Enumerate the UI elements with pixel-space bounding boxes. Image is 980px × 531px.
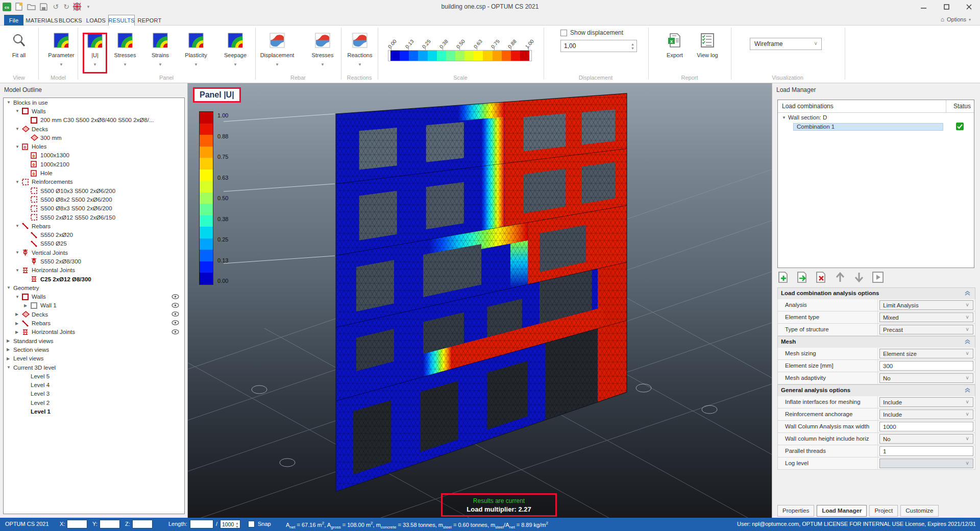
tree-item[interactable]: 0Hole <box>4 168 184 177</box>
add-combination-icon[interactable] <box>777 271 790 283</box>
panel-tab-load-manager[interactable]: Load Manager <box>817 505 867 517</box>
tree-item[interactable]: ▼Current 3D level <box>4 363 184 372</box>
tree-item[interactable]: 300 mm <box>4 133 184 142</box>
tree-item[interactable]: ▶Wall 1 <box>4 301 184 310</box>
z-coordinate-input[interactable] <box>132 520 153 528</box>
visibility-eye-icon[interactable] <box>172 311 179 318</box>
plasticity-button[interactable]: Plasticity▼ <box>178 29 214 67</box>
tree-item[interactable]: S550 2xØ20 <box>4 230 184 239</box>
expander-open-icon[interactable]: ▼ <box>15 224 22 228</box>
visibility-eye-icon[interactable] <box>172 294 179 300</box>
expander-open-icon[interactable]: ▼ <box>7 100 13 105</box>
panel-tab-project[interactable]: Project <box>869 505 898 517</box>
run-analysis-icon[interactable] <box>872 271 884 283</box>
tree-item[interactable]: ▶Section views <box>4 345 184 354</box>
status-check-icon[interactable] <box>956 123 964 130</box>
tree-item[interactable]: Level 2 <box>4 398 184 407</box>
tree-item[interactable]: S550 Ø25 <box>4 239 184 248</box>
3d-viewport[interactable]: Panel |U| 1.000.880.750.630.500.380.250.… <box>188 83 772 518</box>
tree-item[interactable]: Level 1 <box>4 407 184 416</box>
option-input[interactable]: 1 <box>879 446 973 456</box>
y-coordinate-input[interactable] <box>100 520 120 528</box>
move-up-icon[interactable] <box>834 271 846 283</box>
panel-tab-properties[interactable]: Properties <box>777 505 814 517</box>
expander-open-icon[interactable]: ▼ <box>15 109 22 113</box>
expander-closed-icon[interactable]: ▶ <box>7 339 13 343</box>
tree-item[interactable]: ▼Vertical Joints <box>4 248 184 257</box>
option-select[interactable]: Limit Analysis˅ <box>879 300 973 310</box>
grid-size-input[interactable]: 1000 ▲ ▼ <box>220 520 240 528</box>
visibility-eye-icon[interactable] <box>172 302 179 309</box>
expander-closed-icon[interactable]: ▶ <box>24 303 31 308</box>
visibility-eye-icon[interactable] <box>172 320 179 326</box>
options-menu[interactable]: ⌂ Options ▾ <box>941 16 971 23</box>
snap-checkbox[interactable] <box>248 521 255 527</box>
insert-combination-icon[interactable] <box>796 271 808 283</box>
stresses-rebar-button[interactable]: Stresses▼ <box>305 29 340 67</box>
strains-button[interactable]: Strains▼ <box>142 29 178 67</box>
expander-open-icon[interactable]: ▼ <box>15 127 22 131</box>
option-input[interactable]: 1000 <box>879 422 973 431</box>
tree-item[interactable]: S550 2xØ8/300 <box>4 257 184 266</box>
tree-item[interactable]: ▶Decks <box>4 310 184 319</box>
tree-item[interactable]: ▼0Holes <box>4 142 184 151</box>
option-select[interactable]: Include˅ <box>879 397 973 407</box>
tree-item[interactable]: ▼Walls <box>4 293 184 301</box>
expander-closed-icon[interactable]: ▶ <box>7 347 13 352</box>
tree-item[interactable]: S500 Ø8x2 S500 2xØ6/200 <box>4 195 184 204</box>
option-select[interactable]: Element size˅ <box>879 349 973 358</box>
expander-closed-icon[interactable]: ▶ <box>15 330 22 334</box>
expander-open-icon[interactable]: ▼ <box>7 365 13 370</box>
close-button[interactable] <box>958 0 980 14</box>
tab-loads[interactable]: LOADS <box>85 15 107 26</box>
minimize-button[interactable] <box>913 0 935 14</box>
tree-item[interactable]: ▼Reinforcements <box>4 178 184 186</box>
expander-icon[interactable]: ▼ <box>782 115 788 120</box>
expander-open-icon[interactable]: ▼ <box>15 144 22 149</box>
tree-item[interactable]: ▼Walls <box>4 107 184 115</box>
wall-section-group-row[interactable]: ▼ Wall section: D <box>778 113 974 122</box>
tree-item[interactable]: Level 5 <box>4 372 184 380</box>
tree-item[interactable]: Level 4 <box>4 381 184 390</box>
tree-item[interactable]: ▼Horizontal Joints <box>4 266 184 275</box>
view-log-button[interactable]: View log <box>696 29 719 59</box>
tree-item[interactable]: ▼Decks <box>4 125 184 133</box>
option-select[interactable]: Include˅ <box>879 409 973 419</box>
maximize-button[interactable] <box>935 0 958 14</box>
tab-materials[interactable]: MATERIALS <box>27 15 57 26</box>
show-displacement-checkbox[interactable] <box>560 30 567 36</box>
section-header[interactable]: Mesh <box>777 336 975 348</box>
fit-all-button[interactable]: Fit all <box>1 29 37 59</box>
delete-combination-icon[interactable] <box>815 271 827 283</box>
expander-closed-icon[interactable]: ▶ <box>7 356 13 361</box>
tree-item[interactable]: ▼Rebars <box>4 222 184 230</box>
show-displacement-row[interactable]: Show displacement <box>560 29 623 36</box>
section-header[interactable]: Load combination analysis options <box>777 287 975 299</box>
expander-open-icon[interactable]: ▼ <box>15 250 22 255</box>
combination-row[interactable]: Combination 1 <box>778 122 974 131</box>
panel-tab-customize[interactable]: Customize <box>900 505 938 517</box>
tree-item[interactable]: ▶Horizontal Joints <box>4 328 184 336</box>
option-select[interactable]: Mixed˅ <box>879 312 973 322</box>
expander-closed-icon[interactable]: ▶ <box>15 321 22 326</box>
tab-blocks[interactable]: BLOCKS <box>58 15 83 26</box>
tree-item[interactable]: S500 Ø10x3 S500 2xØ6/200 <box>4 186 184 195</box>
tree-item[interactable]: ▶Rebars <box>4 319 184 327</box>
section-header[interactable]: General analysis options <box>777 384 975 396</box>
displacement-rebar-button[interactable]: Displacement▼ <box>257 29 298 67</box>
x-coordinate-input[interactable] <box>67 520 87 528</box>
option-select[interactable]: Precast˅ <box>879 325 973 334</box>
tab-results[interactable]: RESULTS <box>108 15 135 26</box>
tree-item[interactable]: ▼Blocks in use <box>4 98 184 107</box>
option-input[interactable]: 300 <box>879 361 973 371</box>
visualization-select[interactable]: Wireframe ˅ <box>750 38 822 50</box>
tree-item[interactable]: ▼Geometry <box>4 283 184 292</box>
option-select[interactable]: No˅ <box>879 434 973 444</box>
length-input[interactable] <box>190 520 213 528</box>
reactions-button[interactable]: Reactions▼ <box>342 29 378 67</box>
expander-open-icon[interactable]: ▼ <box>15 180 22 184</box>
tree-item[interactable]: C25 2xØ12 Ø8/300 <box>4 275 184 283</box>
option-select[interactable]: No˅ <box>879 373 973 383</box>
tree-item[interactable]: ▶Level views <box>4 354 184 363</box>
expander-open-icon[interactable]: ▼ <box>15 295 22 299</box>
